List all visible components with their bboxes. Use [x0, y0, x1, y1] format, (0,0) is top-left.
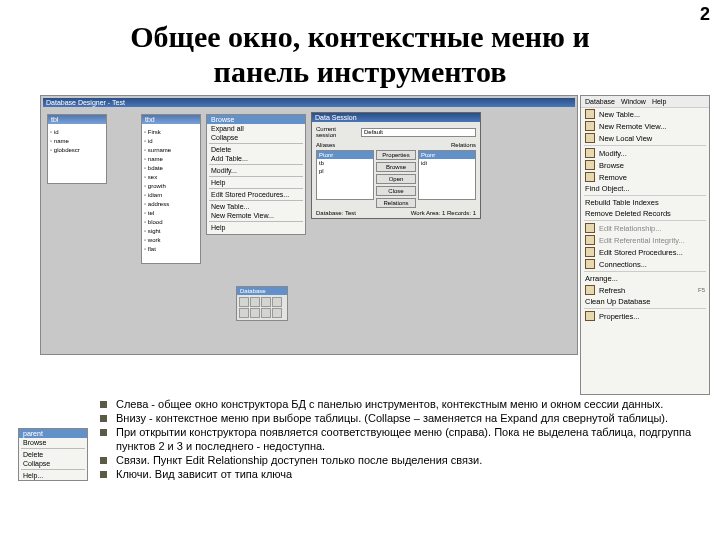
menu-item-browse[interactable]: Browse [581, 159, 709, 171]
ctx-item[interactable]: Help [207, 223, 305, 232]
ctx-separator [209, 188, 303, 189]
database-toolbar[interactable]: Database [236, 286, 288, 321]
toolbar-button-icon[interactable] [250, 308, 260, 318]
toolbar-button-icon[interactable] [272, 297, 282, 307]
menu-window[interactable]: Window [621, 98, 646, 105]
body-text: Слева - общее окно конструктора БД с пан… [100, 398, 706, 482]
toolbar-button-icon[interactable] [239, 297, 249, 307]
toolbar-button-icon[interactable] [261, 297, 271, 307]
ctx-separator [209, 164, 303, 165]
list-item[interactable]: tb [317, 159, 373, 167]
ctx-item[interactable]: Add Table... [207, 154, 305, 163]
toolbar-button-icon[interactable] [250, 297, 260, 307]
ctx-separator [209, 143, 303, 144]
ctx-item[interactable]: Edit Stored Procedures... [207, 190, 305, 199]
menu-item-edit-stored-procs[interactable]: Edit Stored Procedures... [581, 246, 709, 258]
menu-item-connections[interactable]: Connections... [581, 258, 709, 270]
table-1-title: tbl [48, 115, 106, 124]
current-session-row: Current session Default [312, 124, 480, 140]
field: sight [144, 227, 198, 236]
ctx-item-collapse[interactable]: Collapse [19, 459, 87, 468]
session-button-column: Properties Browse Open Close Relations [376, 150, 416, 208]
ctx-separator [209, 200, 303, 201]
relations-list[interactable]: Ptonr idi [418, 150, 476, 200]
field: bdate [144, 164, 198, 173]
aliases-label: Aliases [316, 142, 335, 148]
close-button[interactable]: Close [376, 186, 416, 196]
list-item[interactable]: pl [317, 167, 373, 175]
ctx-item[interactable]: Expand all [207, 124, 305, 133]
table-2-title: tbd [142, 115, 200, 124]
menu-bar: Database Window Help [581, 96, 709, 108]
bullet-item: При открытии конструктора появляется соо… [100, 426, 706, 452]
context-menu-main[interactable]: Browse Expand all Collapse Delete Add Ta… [206, 114, 306, 235]
ctx-item[interactable]: Delete [207, 145, 305, 154]
shortcut-label: F5 [698, 287, 705, 293]
menu-item-edit-ref-integrity[interactable]: Edit Referential Integrity... [581, 234, 709, 246]
ctx-separator [21, 469, 85, 470]
browse-button[interactable]: Browse [376, 162, 416, 172]
toolbar-button-icon[interactable] [239, 308, 249, 318]
toolbar-button-icon[interactable] [272, 308, 282, 318]
ctx-item[interactable]: Collapse [207, 133, 305, 142]
menu-item-cleanup[interactable]: Clean Up Database [581, 296, 709, 307]
ctx-title: parent [19, 429, 87, 438]
field: flat [144, 245, 198, 254]
modify-icon [585, 148, 595, 158]
toolbar-button-icon[interactable] [261, 308, 271, 318]
table-context-menu[interactable]: parent Browse Delete Collapse Help... [18, 428, 88, 481]
ctx-item[interactable]: Modify... [207, 166, 305, 175]
ctx-item-delete[interactable]: Delete [19, 450, 87, 459]
ctx-item-help[interactable]: Help... [19, 471, 87, 480]
menu-item-edit-relationship[interactable]: Edit Relationship... [581, 222, 709, 234]
ctx-separator [21, 448, 85, 449]
current-session-input[interactable]: Default [361, 128, 476, 137]
properties-button[interactable]: Properties [376, 150, 416, 160]
data-session-title: Data Session [312, 113, 480, 122]
database-designer-window: Database Designer - Test tbl id name glo… [40, 95, 578, 355]
list-item[interactable]: idi [419, 159, 475, 167]
menu-item-remove[interactable]: Remove [581, 171, 709, 183]
menu-item-new-table[interactable]: New Table... [581, 108, 709, 120]
screenshot-area: Database Designer - Test tbl id name glo… [40, 95, 710, 395]
menu-item-new-local-view[interactable]: New Local View [581, 132, 709, 144]
field: blood [144, 218, 198, 227]
proc-icon [585, 247, 595, 257]
menu-item-find-object[interactable]: Find Object... [581, 183, 709, 194]
ctx-item-browse[interactable]: Browse [19, 438, 87, 447]
browse-icon [585, 160, 595, 170]
relation-icon [585, 223, 595, 233]
remote-view-icon [585, 121, 595, 131]
field: tel [144, 209, 198, 218]
table-window-2[interactable]: tbd Firsk id surname name bdate sex grow… [141, 114, 201, 264]
relations-button[interactable]: Relations [376, 198, 416, 208]
aliases-list[interactable]: Ptonr tb pl [316, 150, 374, 200]
ctx-item[interactable]: New Table... [207, 202, 305, 211]
page-title: Общее окно, контекстные меню и панель ин… [0, 0, 720, 95]
menu-separator [584, 308, 706, 309]
local-view-icon [585, 133, 595, 143]
menu-item-arrange[interactable]: Arrange... [581, 273, 709, 284]
title-line-1: Общее окно, контекстные меню и [130, 20, 589, 53]
field: name [50, 137, 104, 146]
data-session-dialog[interactable]: Data Session Current session Default Ali… [311, 112, 481, 219]
ctx-item[interactable]: Help [207, 178, 305, 187]
open-button[interactable]: Open [376, 174, 416, 184]
table-window-1[interactable]: tbl id name globdescr [47, 114, 107, 184]
menu-item-new-remote-view[interactable]: New Remote View... [581, 120, 709, 132]
field: id [50, 128, 104, 137]
menu-item-modify[interactable]: Modify... [581, 147, 709, 159]
ctx-separator [209, 221, 303, 222]
field: surname [144, 146, 198, 155]
field: sex [144, 173, 198, 182]
remove-icon [585, 172, 595, 182]
menu-item-rebuild-indexes[interactable]: Rebuild Table Indexes [581, 197, 709, 208]
designer-titlebar: Database Designer - Test [43, 98, 575, 107]
menu-item-properties[interactable]: Properties... [581, 310, 709, 322]
field: address [144, 200, 198, 209]
menu-database[interactable]: Database [585, 98, 615, 105]
menu-item-refresh[interactable]: RefreshF5 [581, 284, 709, 296]
ctx-item[interactable]: New Remote View... [207, 211, 305, 220]
menu-item-remove-deleted[interactable]: Remove Deleted Records [581, 208, 709, 219]
menu-help[interactable]: Help [652, 98, 666, 105]
